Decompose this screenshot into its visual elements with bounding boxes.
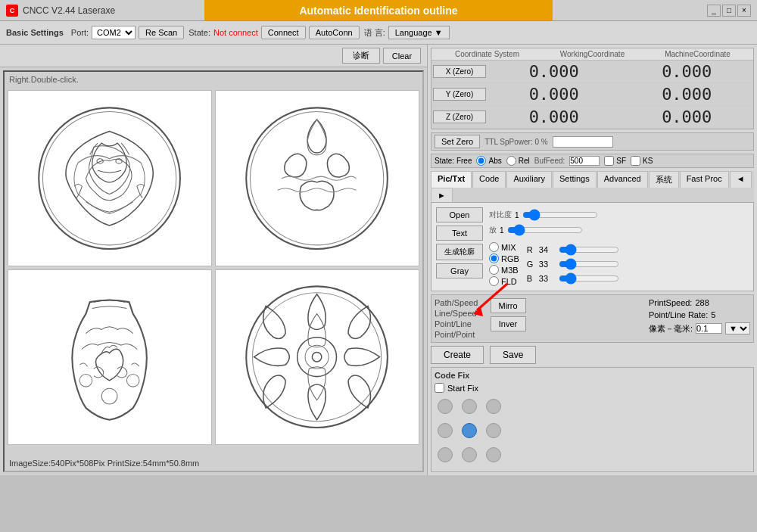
dot-0-1[interactable] — [462, 399, 477, 414]
lang-group: 语 言: Language ▼ — [364, 26, 450, 39]
z-working-value: 0.000 — [488, 107, 621, 126]
pixel-unit-select[interactable]: ▼ — [725, 322, 750, 334]
fld-label: FLD — [501, 277, 517, 286]
dot-2-1[interactable] — [462, 447, 477, 462]
open-button[interactable]: Open — [436, 207, 483, 222]
sf-checkbox[interactable] — [604, 156, 614, 166]
language-button[interactable]: Language ▼ — [388, 26, 450, 39]
abs-label: Abs — [488, 157, 501, 165]
minimize-button[interactable]: _ — [707, 5, 721, 17]
b-slider[interactable] — [559, 272, 619, 285]
tab-next[interactable]: ► — [431, 188, 453, 202]
dot-1-2[interactable] — [486, 423, 501, 438]
mirror-button[interactable]: Mirro — [491, 298, 526, 313]
r-slider[interactable] — [559, 244, 619, 256]
diag-clear-bar: 诊断 Clear — [0, 45, 427, 67]
maximize-button[interactable]: □ — [722, 5, 736, 17]
dot-1-0[interactable] — [438, 423, 453, 438]
canvas-status: ImageSize:540Pix*508Pix PrintSize:54mm*5… — [9, 459, 199, 468]
state-row: State: Free Abs Rel BufFeed: SF KS — [431, 154, 754, 168]
rel-radio[interactable] — [506, 156, 516, 166]
zoom-slider[interactable] — [507, 224, 583, 236]
state-label: State: — [188, 28, 210, 37]
ks-checkbox[interactable] — [631, 156, 640, 166]
content-area: 诊断 Clear Right.Double-click. — [0, 45, 757, 475]
working-coord-label: WorkingCoordinate — [540, 50, 645, 58]
set-zero-button[interactable]: Set Zero — [435, 135, 480, 148]
state-value: Not connect — [213, 28, 258, 37]
line-speed-label: Line/Speed — [435, 309, 478, 318]
contrast-value: 1 — [515, 211, 519, 219]
save-button[interactable]: Save — [490, 346, 536, 364]
print-speed-value: 288 — [695, 298, 709, 307]
tab-advanced[interactable]: Advanced — [597, 171, 648, 188]
generate-button[interactable]: 生成轮廓 — [436, 244, 483, 260]
mix-radio[interactable] — [489, 242, 499, 252]
svg-point-11 — [298, 338, 337, 377]
port-group: Port: COM2 Re Scan — [71, 26, 184, 39]
contrast-slider[interactable] — [522, 209, 598, 221]
z-zero-button[interactable]: Z (Zero) — [433, 110, 486, 123]
canvas-area[interactable]: Right.Double-click. — [3, 70, 424, 472]
tab-code[interactable]: Code — [472, 171, 506, 188]
tab-pic-txt[interactable]: Pic/Txt — [431, 171, 472, 188]
x-zero-button[interactable]: X (Zero) — [433, 65, 486, 78]
svg-point-13 — [313, 353, 322, 362]
z-machine-value: 0.000 — [621, 107, 754, 126]
x-machine-value: 0.000 — [621, 62, 754, 81]
port-select[interactable]: COM2 — [92, 26, 136, 39]
basic-settings-bar: Basic Settings Port: COM2 Re Scan State:… — [0, 21, 757, 45]
invert-button[interactable]: Inver — [491, 316, 526, 331]
coordinate-section: Coordinate System WorkingCoordinate Mach… — [431, 48, 754, 129]
pixel-row: 像素－毫米: ▼ — [649, 322, 750, 334]
buf-feed-label: BufFeed: — [534, 157, 565, 165]
fld-radio[interactable] — [489, 276, 499, 286]
image-cell-bottomright — [215, 269, 419, 446]
tab-content-pic-txt: Open Text 生成轮廓 Gray 对比度 1 放 — [431, 203, 754, 291]
ttl-input[interactable] — [553, 136, 613, 148]
dot-0-2[interactable] — [486, 399, 501, 414]
rel-radio-group: Rel — [506, 156, 530, 166]
buf-feed-input[interactable] — [569, 156, 600, 166]
state-free-label: State: Free — [435, 157, 472, 165]
pixel-input[interactable] — [696, 323, 722, 334]
dot-1-1[interactable] — [462, 423, 477, 438]
rescan-button[interactable]: Re Scan — [139, 26, 184, 39]
point-line-rate-value: 5 — [711, 310, 715, 319]
g-label: G — [527, 260, 536, 269]
text-button[interactable]: Text — [436, 226, 483, 241]
dot-2-0[interactable] — [438, 447, 453, 462]
abs-radio-group: Abs — [476, 156, 501, 166]
rgb-radio[interactable] — [489, 254, 499, 263]
create-button[interactable]: Create — [431, 346, 484, 364]
y-zero-button[interactable]: Y (Zero) — [433, 88, 486, 101]
m3b-radio[interactable] — [489, 265, 499, 275]
svg-point-7 — [127, 375, 140, 387]
close-button[interactable]: × — [737, 5, 751, 17]
tab-prev[interactable]: ◄ — [730, 171, 752, 188]
tab-fast-proc[interactable]: Fast Proc — [680, 171, 729, 188]
gray-button[interactable]: Gray — [436, 263, 483, 278]
image-cell-bottomleft — [8, 269, 212, 446]
ks-label: KS — [643, 157, 653, 165]
rgb-label: RGB — [501, 254, 519, 263]
m3b-label: M3B — [501, 266, 519, 275]
tab-system[interactable]: 系统 — [649, 171, 679, 188]
clear-button[interactable]: Clear — [383, 48, 421, 64]
tab-auxiliary[interactable]: Auxiliary — [506, 171, 552, 188]
tab-settings[interactable]: Settings — [553, 171, 597, 188]
dot-2-2[interactable] — [486, 447, 501, 462]
start-fix-checkbox[interactable] — [435, 383, 444, 393]
diag-button[interactable]: 诊断 — [342, 48, 380, 64]
canvas-hint: Right.Double-click. — [9, 75, 79, 84]
tabs-header: Pic/Txt Code Auxiliary Settings Advanced… — [431, 171, 754, 203]
g-slider[interactable] — [559, 258, 619, 270]
abs-radio[interactable] — [476, 156, 486, 166]
connect-button[interactable]: Connect — [261, 26, 306, 39]
app-icon: C — [6, 5, 18, 17]
b-label: B — [527, 274, 536, 283]
dot-0-0[interactable] — [438, 399, 453, 414]
image-cell-topleft — [8, 90, 212, 266]
autoconn-button[interactable]: AutoConn — [309, 26, 360, 39]
sf-label: SF — [616, 157, 626, 165]
